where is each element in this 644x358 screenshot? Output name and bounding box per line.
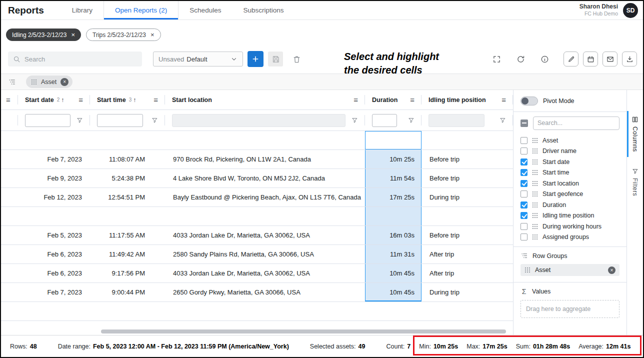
column-item-start-time[interactable]: Start time (514, 168, 626, 178)
column-item-during-working-hours[interactable]: During working hours (514, 221, 626, 232)
drag-grip-icon[interactable] (532, 224, 538, 230)
tab-library[interactable]: Library (61, 1, 104, 20)
cell-idling-position[interactable]: Before trip (422, 150, 513, 168)
user-block[interactable]: Sharon Dhesi FC Hub Demo SD (580, 1, 638, 20)
active-cell-duration[interactable] (365, 131, 422, 150)
cell-start-time[interactable]: 5:24:38 PM (90, 169, 165, 188)
header-start-location[interactable]: Start location ≡ (165, 90, 365, 110)
column-item-driver-name[interactable]: Driver name (514, 146, 626, 157)
cell-start-time[interactable]: 11:08:07 AM (90, 150, 165, 168)
drag-grip-icon[interactable] (532, 170, 538, 176)
column-menu-icon[interactable]: ≡ (154, 96, 158, 104)
tab-open-reports[interactable]: Open Reports (2) (104, 1, 178, 20)
download-button[interactable] (622, 52, 637, 66)
header-start-time[interactable]: Start time 3 ↑ ≡ (90, 90, 165, 110)
cell-idling-position[interactable]: Before trip (422, 226, 513, 244)
drag-grip-icon[interactable] (532, 234, 538, 240)
cell-start-date[interactable]: Feb 5, 2023 (18, 226, 90, 244)
checkbox-checked[interactable] (520, 158, 528, 166)
checkbox[interactable] (520, 234, 528, 240)
cell-idling-position[interactable]: Before trip (422, 169, 513, 188)
column-menu-icon[interactable]: ≡ (410, 96, 414, 104)
row-group-asset-bar[interactable]: Asset × (520, 264, 620, 276)
horizontal-scrollbar-thumb[interactable] (101, 330, 506, 334)
checkbox[interactable] (520, 223, 528, 230)
filter-input-duration[interactable] (372, 114, 397, 127)
filter-funnel-icon[interactable] (408, 117, 414, 124)
cell-start-location[interactable]: 4033 Jordan Lake Dr, Marietta, GA 30062,… (165, 226, 365, 244)
cell-start-date[interactable]: Feb 12, 2023 (18, 188, 90, 206)
tab-schedules[interactable]: Schedules (178, 1, 232, 20)
drag-grip-icon[interactable] (532, 212, 538, 218)
group-row[interactable] (1, 131, 513, 150)
info-button[interactable] (538, 52, 552, 66)
column-item-start-date[interactable]: Start date (514, 156, 626, 168)
delete-view-button[interactable] (289, 52, 304, 66)
filter-input-start-time[interactable] (97, 114, 143, 127)
table-row[interactable]: Feb 12, 2023 12:54:51 PM Bayly Eastbound… (1, 188, 513, 207)
cell-start-date[interactable]: Feb 6, 2023 (18, 245, 90, 264)
avatar[interactable]: SD (623, 3, 638, 18)
checkbox[interactable] (520, 190, 528, 198)
cell-start-time[interactable]: 11:17:55 AM (90, 226, 165, 244)
cell-duration-selected[interactable]: 16m 03s (365, 226, 422, 244)
column-menu-icon[interactable]: ≡ (78, 96, 83, 104)
table-row[interactable]: Feb 7, 2023 11:08:07 AM 970 Brock Rd, Pi… (1, 150, 513, 169)
filter-input-start-date[interactable] (25, 114, 70, 127)
table-row[interactable]: Feb 6, 2023 9:17:56 PM 4033 Jordan Lake … (1, 264, 513, 283)
refresh-button[interactable] (514, 52, 528, 66)
cell-start-location[interactable]: 970 Brock Rd, Pickering, ON L1W 2A1, Can… (165, 150, 365, 168)
cell-idling-position[interactable]: During trip (422, 188, 513, 206)
header-start-date[interactable]: Start date 2 ↑ ≡ (18, 90, 90, 110)
cell-duration-selected[interactable]: 10m 45s (365, 283, 422, 302)
side-tab-columns[interactable]: Columns (627, 111, 643, 157)
column-menu-icon[interactable]: ≡ (502, 96, 506, 104)
filter-funnel-icon[interactable] (500, 117, 506, 124)
column-item-assigned-groups[interactable]: Assigned groups (514, 232, 626, 243)
cell-idling-position[interactable]: During trip (422, 283, 513, 302)
schedule-button[interactable] (583, 52, 598, 66)
table-row[interactable]: Feb 5, 2023 11:17:55 AM 4033 Jordan Lake… (1, 226, 513, 245)
column-item-asset[interactable]: Asset (514, 135, 626, 146)
select-all-checkbox[interactable] (520, 120, 528, 127)
table-row[interactable]: Feb 9, 2023 5:24:38 PM 4 Lake Shore Blvd… (1, 169, 513, 188)
close-icon[interactable]: × (71, 32, 75, 38)
cell-start-time[interactable]: 12:54:51 PM (90, 188, 165, 206)
cell-start-time[interactable]: 9:17:56 PM (90, 264, 165, 282)
pivot-mode-toggle[interactable] (520, 96, 538, 106)
search-input[interactable] (24, 56, 137, 63)
group-row[interactable] (1, 207, 513, 226)
cell-start-date[interactable]: Feb 9, 2023 (18, 169, 90, 188)
panel-search-input[interactable] (533, 116, 620, 130)
group-chip-asset[interactable]: Asset × (26, 76, 72, 88)
values-drop-area[interactable]: Drag here to aggregate (520, 300, 620, 318)
header-idling-time-position[interactable]: Idling time position ≡ (422, 90, 513, 110)
report-chip-trips[interactable]: Trips 2/5/23-2/12/23 × (86, 28, 161, 41)
checkbox-checked[interactable] (520, 202, 528, 208)
filter-input-idling-position[interactable] (428, 114, 484, 127)
drag-grip-icon[interactable] (532, 138, 538, 144)
header-clipped-column[interactable]: ≡ (1, 90, 18, 110)
checkbox-checked[interactable] (520, 180, 528, 187)
cell-duration-selected[interactable]: 10m 45s (365, 264, 422, 282)
add-view-button[interactable] (248, 51, 264, 67)
filter-input-start-location[interactable] (172, 114, 346, 127)
column-item-start-geofence[interactable]: Start geofence (514, 189, 626, 200)
cell-start-location[interactable]: 2580 Sandy Plains Rd, Marietta, GA 30066… (165, 245, 365, 264)
drag-grip-icon[interactable] (532, 191, 538, 197)
cell-start-time[interactable]: 9:00:44 PM (90, 283, 165, 302)
cell-duration-selected[interactable]: 11m 31s (365, 245, 422, 264)
drag-grip-icon[interactable] (532, 202, 538, 208)
checkbox[interactable] (520, 137, 528, 144)
cell-start-location[interactable]: 2650 Gordy Pkwy, Marietta, GA 30066, USA (165, 283, 365, 302)
checkbox[interactable] (520, 148, 528, 154)
report-chip-idling[interactable]: Idling 2/5/23-2/12/23 × (6, 28, 81, 41)
column-menu-icon[interactable]: ≡ (6, 96, 10, 104)
checkbox-checked[interactable] (520, 212, 528, 219)
table-row[interactable]: Feb 7, 2023 9:00:44 PM 2650 Gordy Pkwy, … (1, 283, 513, 302)
drag-grip-icon[interactable] (31, 79, 37, 85)
email-button[interactable] (602, 52, 618, 66)
cell-start-date[interactable]: Feb 6, 2023 (18, 264, 90, 282)
drag-grip-icon[interactable] (532, 159, 538, 165)
remove-group-icon[interactable]: × (60, 78, 68, 86)
